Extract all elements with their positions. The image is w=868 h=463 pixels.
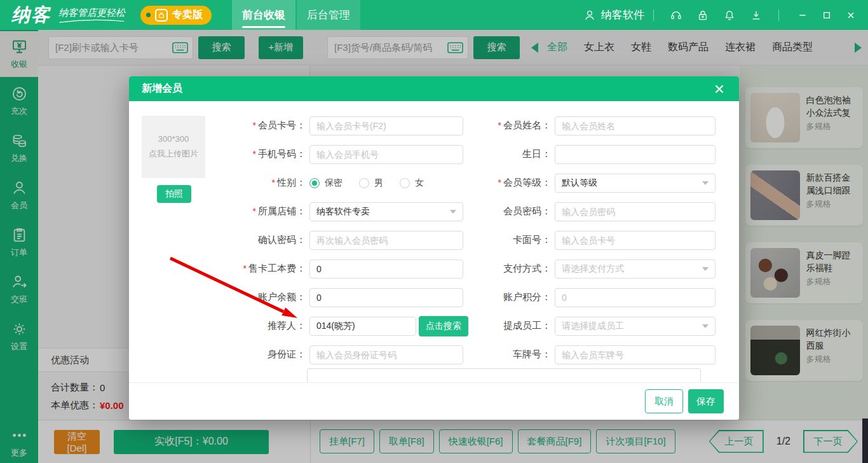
product-title: 新款百搭金属浅口细跟单鞋 [806,171,859,197]
form-input[interactable] [555,202,715,221]
sidebar-item[interactable]: 收银 [0,31,38,77]
form-input[interactable] [555,345,715,364]
checkout-button[interactable]: 实收[F5]：¥0.00 [114,430,269,454]
form-row: *手机号码： [212,140,463,169]
clear-order-button[interactable]: 清空[Del] [54,430,100,454]
headset-icon[interactable] [670,9,682,22]
edition-badge: 专卖版 [140,6,212,25]
sidebar-item[interactable]: 设置 [0,314,38,359]
form-select[interactable]: 请选择支付方式 [555,259,715,279]
member-search-input[interactable] [48,36,193,59]
form-input[interactable] [555,231,715,250]
nav-tab[interactable]: 前台收银 [232,0,295,30]
sidebar-item[interactable]: 订单 [0,219,38,265]
category-scroll-left-icon[interactable] [531,43,538,53]
keyboard-icon[interactable] [447,42,463,53]
function-button[interactable]: 计次项目[F10] [596,429,675,453]
function-button[interactable]: 快速收银[F6] [439,429,513,453]
field-label: 车牌号： [471,349,555,361]
more-dots-icon [11,427,28,444]
product-card[interactable]: 网红炸街小西服 多规格 [745,320,863,381]
sidebar-item[interactable]: 会员 [0,172,38,218]
close-icon[interactable] [712,82,726,96]
form-input[interactable] [555,145,715,164]
photo-upload-box[interactable]: 300*300 点我上传图片 [142,116,205,178]
app-header: 纳客 纳客管店更轻松 专卖版 前台收银 后台管理 纳客软件 [0,0,868,30]
bell-icon[interactable] [723,9,736,22]
product-card[interactable]: 白色泡泡袖小众法式复古连 多规格 [745,87,863,148]
member-search-button[interactable]: 搜索 [198,36,245,59]
category-tab[interactable]: 女上衣 [584,41,614,54]
sidebar-item[interactable]: 充次 [0,78,38,124]
form-input[interactable] [309,317,416,336]
form-input[interactable] [555,288,715,307]
function-button[interactable]: 挂单[F7] [320,429,374,453]
product-image [750,170,800,220]
search-referrer-button[interactable]: 点击搜索 [419,316,468,336]
prev-page-button[interactable]: 上一页 [709,430,764,453]
close-button[interactable] [841,6,860,25]
sidebar-item-label: 兑换 [11,153,27,164]
keyboard-icon[interactable] [172,42,188,53]
clipped-form-input[interactable] [307,368,701,382]
save-button[interactable]: 保存 [688,389,724,413]
form-row: *会员姓名： [471,111,715,140]
field-label: 推荐人： [212,320,309,332]
form-select[interactable]: 请选择提成员工 [555,317,715,336]
account-menu[interactable]: 纳客软件 [583,8,644,22]
function-button[interactable]: 取单[F8] [379,429,434,453]
function-button[interactable]: 套餐商品[F9] [518,429,592,453]
app-slogan: 纳客管店更轻松 [58,7,125,24]
form-input[interactable] [555,116,715,135]
divider [778,10,779,21]
form-input[interactable] [309,145,463,164]
nav-tab[interactable]: 后台管理 [297,0,360,30]
chevron-down-icon [702,267,709,271]
required-asterisk: * [253,120,256,130]
field-label: 身份证： [212,349,309,361]
radio-label: 男 [374,177,383,189]
add-member-button[interactable]: +新增 [259,36,303,59]
minimize-button[interactable] [793,6,812,25]
exchange-icon [11,132,28,149]
take-photo-button[interactable]: 拍照 [157,185,191,203]
cancel-button[interactable]: 取消 [645,389,683,413]
form-select[interactable]: 默认等级 [555,174,715,193]
form-input[interactable] [309,259,463,279]
form-select[interactable]: 纳客软件专卖 [309,202,463,221]
category-tab[interactable]: 商品类型 [772,41,813,54]
category-tab[interactable]: 连衣裙 [725,41,756,54]
download-icon[interactable] [750,9,763,22]
summary-label: 本单优惠： [51,399,98,411]
form-input[interactable] [309,288,463,307]
radio-option[interactable]: 保密 [309,177,342,189]
field-label: 账户积分： [471,291,555,303]
maximize-button[interactable] [817,6,836,25]
search-toolbar: 搜索 +新增 搜索 全部女上衣女鞋数码产品连衣裙商品类型 [38,30,868,66]
badge-dot-icon [146,13,151,17]
form-input[interactable] [309,116,463,135]
form-input[interactable] [309,231,463,250]
form-input[interactable] [309,345,463,364]
slogan-swash [58,19,125,24]
field-label: *会员等级： [471,177,555,189]
product-card[interactable]: 新款百搭金属浅口细跟单鞋 多规格 [745,165,863,226]
category-tabs: 全部女上衣女鞋数码产品连衣裙商品类型 [547,41,813,54]
radio-option[interactable]: 女 [400,177,424,189]
product-card[interactable]: 真皮一脚蹬乐福鞋 多规格 [745,242,863,303]
lock-icon[interactable] [696,9,709,22]
sidebar-item[interactable]: 兑换 [0,125,38,171]
product-list: 白色泡泡袖小众法式复古连 多规格 新款百搭金属浅口细跟单鞋 多规格 真皮一脚蹬乐… [740,66,868,420]
category-scroll-right-icon[interactable] [855,43,862,53]
sidebar-item-more[interactable]: 更多 [0,424,38,462]
sidebar-item-label: 充次 [11,106,27,117]
sidebar-item[interactable]: 交班 [0,266,38,312]
nav-tab-label: 前台收银 [242,8,285,22]
category-tab[interactable]: 女鞋 [631,41,651,54]
radio-option[interactable]: 男 [359,177,383,189]
cart-summary-row: 本单优惠： ¥0.00 [51,396,124,414]
category-tab[interactable]: 数码产品 [668,41,709,54]
product-search-button[interactable]: 搜索 [473,36,520,59]
next-page-button[interactable]: 下一页 [803,430,858,453]
category-tab[interactable]: 全部 [547,41,567,54]
